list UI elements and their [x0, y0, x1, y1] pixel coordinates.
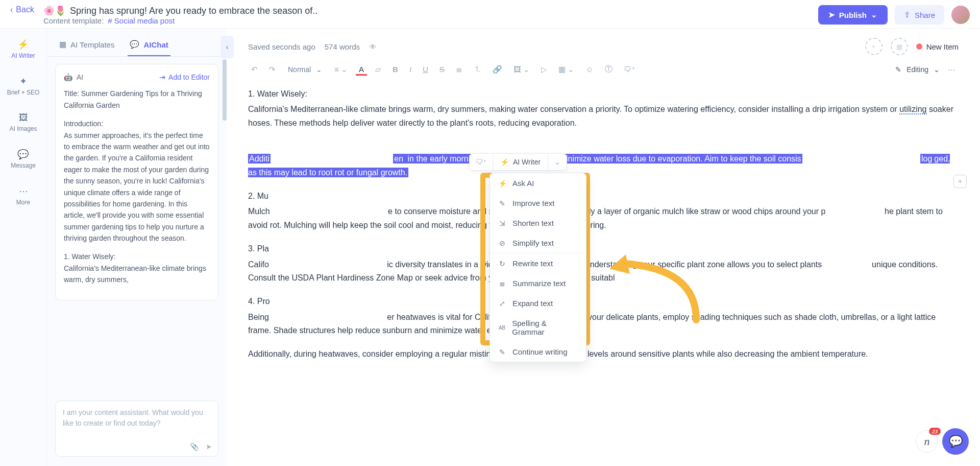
status-dot-icon [916, 43, 922, 50]
redo-button[interactable]: ↷ [266, 63, 279, 76]
bolt-icon: ⚡ [17, 39, 29, 50]
clear-format-button[interactable]: Ⓣ [602, 62, 616, 76]
image-button[interactable]: 🖼 ⌄ [510, 63, 533, 76]
style-label: Normal [288, 65, 311, 74]
circle-slash-icon: ⊘ [498, 239, 506, 247]
add-user-placeholder[interactable]: ＋ [865, 38, 883, 55]
ai-label: AI [77, 72, 83, 83]
menu-summarize-text[interactable]: ≣Summarize text [490, 273, 586, 293]
tab-ai-templates[interactable]: ▦ AI Templates [57, 36, 116, 56]
link-button[interactable]: 🔗 [489, 63, 505, 76]
image-icon: 🖼 [19, 112, 28, 123]
menu-continue-writing[interactable]: ✎Continue writing [490, 342, 586, 362]
page-title: Spring has sprung! Are you ready to embr… [70, 6, 317, 16]
text-color-button[interactable]: A [356, 63, 367, 76]
document-body[interactable]: 1. Water Wisely: California's Mediterran… [227, 82, 980, 466]
intercom-chat-button[interactable]: 💬 [942, 428, 969, 455]
template-link[interactable]: # Social media post [108, 16, 175, 25]
italic-button[interactable]: I [406, 63, 414, 76]
style-select[interactable]: Normal ⌄ [284, 63, 326, 76]
panel-scrollbar[interactable] [223, 59, 227, 121]
target-icon: ✦ [19, 76, 27, 87]
comment-button[interactable]: 🗨⁺ [621, 63, 639, 76]
send-icon[interactable]: ➤ [206, 441, 212, 452]
section-title: 3. Pla [248, 242, 959, 255]
publish-button[interactable]: ➤ Publish ⌄ [818, 5, 888, 25]
add-to-editor-button[interactable]: ⇥ Add to Editor [159, 72, 210, 83]
collapse-icon: ⇲ [498, 219, 506, 227]
card-sec1-body: California's Mediterranean-like climate … [64, 264, 206, 284]
ai-writer-label: AI Writer [513, 158, 541, 166]
expand-icon: ⤢ [498, 299, 506, 308]
menu-simplify-text[interactable]: ⊘Simplify text [490, 233, 586, 253]
spellcheck-underline: utilizing [899, 105, 926, 114]
tab-ai-chat[interactable]: 💬 AIChat [128, 36, 170, 56]
chat-input[interactable]: I am your content assistant. What would … [55, 401, 218, 457]
video-button[interactable]: ▷ [538, 63, 550, 76]
chat-icon: 💬 [130, 40, 139, 49]
selected-paragraph: Additi __________________________ en in … [248, 152, 959, 179]
underline-button[interactable]: U [420, 63, 431, 76]
user-avatar[interactable] [951, 6, 970, 24]
nav-ai-writer[interactable]: ⚡ AI Writer [9, 36, 37, 62]
menu-shorten-text[interactable]: ⇲Shorten text [490, 213, 586, 233]
chevron-down-icon: ⌄ [934, 65, 940, 74]
nav-label: AI Writer [11, 52, 35, 59]
chevron-down-icon: ⌄ [871, 10, 877, 19]
person-plus-icon: ＋ [870, 42, 877, 51]
tab-label: AIChat [143, 40, 168, 49]
table-button[interactable]: ▦ ⌄ [555, 63, 577, 76]
nav-brief-seo[interactable]: ✦ Brief + SEO [5, 73, 42, 99]
chevron-down-icon[interactable]: ⌄ [548, 154, 567, 170]
menu-spelling-grammar[interactable]: ABSpelling & Grammar [490, 313, 586, 342]
nav-ai-images[interactable]: 🖼 AI Images [7, 109, 39, 135]
chevron-left-icon: ‹ [226, 43, 229, 51]
add-image-placeholder[interactable]: ▦ [891, 38, 908, 55]
upload-icon: ⇪ [904, 10, 911, 19]
collapse-panel-button[interactable]: ‹ [220, 36, 234, 58]
add-editor-label: Add to Editor [168, 72, 210, 83]
editing-mode-select[interactable]: ✎ Editing ⌄ [895, 65, 940, 74]
paragraph: Additionally, during heatwaves, consider… [248, 347, 959, 361]
paragraph: Califo _________________________ ic dive… [248, 258, 959, 285]
tab-label: AI Templates [70, 40, 114, 49]
card-title: Title: Summer Gardening Tips for a Thriv… [64, 88, 210, 111]
share-button[interactable]: ⇪ Share [895, 5, 944, 25]
insert-icon: ⇥ [159, 72, 165, 83]
menu-ask-ai[interactable]: ⚡Ask AI [490, 173, 586, 193]
word-count: 574 words [325, 42, 360, 51]
back-link[interactable]: ‹ Back [10, 5, 34, 14]
notes-badge: 23 [929, 428, 941, 435]
section-title: 1. Water Wisely: [248, 87, 959, 101]
nav-more[interactable]: ⋯ More [14, 182, 32, 209]
editing-label: Editing [906, 65, 928, 74]
text-selection: in the early morning or late evening hel… [404, 154, 802, 164]
menu-rewrite-text[interactable]: ↻Rewrite text [490, 253, 586, 273]
back-label: Back [16, 5, 34, 14]
new-item-label: New Item [926, 42, 959, 51]
highlight-button[interactable]: ▱ [372, 63, 384, 76]
emoji-button[interactable]: ☺ [582, 63, 596, 76]
eye-icon[interactable]: 👁 [369, 42, 377, 51]
align-button[interactable]: ≡ ⌄ [331, 63, 351, 76]
menu-improve-text[interactable]: ✎Improve text [490, 193, 586, 213]
new-item-pill[interactable]: New Item [916, 42, 959, 51]
bullet-list-button[interactable]: ≣ [453, 63, 465, 76]
chevron-left-icon: ‹ [10, 5, 13, 14]
add-comment-icon[interactable]: 🗨⁺ [470, 154, 493, 170]
more-toolbar-button[interactable]: ⋯ [945, 63, 959, 76]
strike-button[interactable]: S [436, 63, 448, 76]
attach-icon[interactable]: 📎 [190, 441, 199, 452]
send-icon: ➤ [828, 10, 835, 19]
bold-button[interactable]: B [389, 63, 401, 76]
nav-message[interactable]: 💬 Message [9, 146, 38, 172]
pencil-icon: ✎ [498, 348, 506, 356]
paragraph: Mulch _________________________ e to con… [248, 205, 959, 232]
nav-rail: ⚡ AI Writer ✦ Brief + SEO 🖼 AI Images 💬 … [0, 29, 47, 466]
numbered-list-button[interactable]: ⒈ [471, 62, 484, 76]
undo-button[interactable]: ↶ [248, 63, 261, 76]
notes-floating-button[interactable]: n 23 [916, 430, 938, 453]
menu-expand-text[interactable]: ⤢Expand text [490, 293, 586, 313]
ai-writer-pill[interactable]: 🗨⁺ ⚡ AI Writer ⌄ [469, 153, 567, 171]
add-comment-button[interactable]: ＋ [953, 175, 967, 188]
